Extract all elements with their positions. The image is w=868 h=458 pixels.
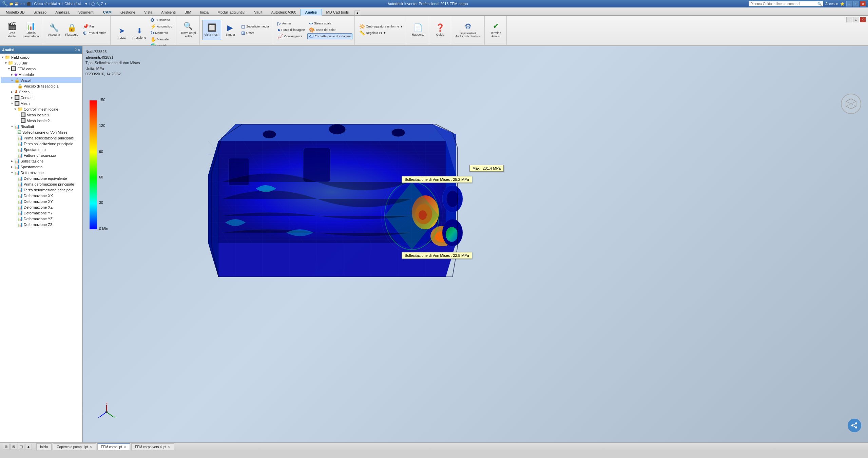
btn-stessa-scala[interactable]: ⇔ Stessa scala [307, 20, 352, 26]
tree-item-mesh2[interactable]: 🔲 Mesh locale:2 [1, 118, 81, 123]
btn-regolata[interactable]: 📏 Regolata x1 ▼ [358, 30, 405, 36]
tree-item-vonmises[interactable]: ☑ Sollecitazione di Von Mises [1, 129, 81, 135]
tab-modello3d[interactable]: Modello 3D [1, 9, 29, 15]
btn-simula[interactable]: ▶ Simula [222, 20, 239, 40]
btn-manuale[interactable]: ✋ Manuale [149, 36, 174, 42]
tab-inizia[interactable]: Inizia [196, 9, 213, 15]
btn-crea-studio[interactable]: 🎬 Creastudio [3, 20, 20, 40]
share-btn[interactable] [848, 419, 861, 432]
tree-item-ctrl_mesh[interactable]: ▼ 📁 Controlli mesh locale [1, 106, 81, 112]
tab-close-femcorpo[interactable]: ✕ [123, 445, 126, 449]
tree-item-def_eq[interactable]: 📊 Deformazione equivalente [1, 175, 81, 181]
tree-item-terza_def[interactable]: 📊 Terza deformazione principale [1, 187, 81, 193]
tree-item-risultati[interactable]: ▼ 📊 Risultati [1, 123, 81, 129]
btn-anima[interactable]: ▷ Anima [276, 20, 307, 26]
tree-item-def_yy[interactable]: 📊 Deformazione YY [1, 210, 81, 216]
tab-close-coperchio[interactable]: ✕ [90, 445, 92, 449]
tab-a360[interactable]: Autodesk A360 [267, 9, 301, 15]
tree-arrow-risultati[interactable]: ▼ [10, 125, 14, 128]
tab-strumenti[interactable]: Strumenti [74, 9, 99, 15]
tab-moduli[interactable]: Moduli aggiuntivi [213, 9, 250, 15]
tab-femcorpo[interactable]: FEM corpo.ipt ✕ [97, 443, 130, 450]
btn-superficie-media[interactable]: ◻ Superficie media [239, 23, 271, 30]
tree-arrow-materiale[interactable]: ► [10, 73, 14, 76]
search-input[interactable] [750, 2, 817, 6]
tree-item-mesh1[interactable]: 🔲 Mesh locale:1 [1, 112, 81, 118]
tree-item-materiale[interactable]: ► ◆ Materiale [1, 72, 81, 77]
tree-item-root[interactable]: ▼ 📁 FEM corpo [1, 54, 81, 60]
btn-trova-corpi[interactable]: 🔍 Trova corpisottili [179, 20, 198, 40]
tree-item-def_xx[interactable]: 📊 Deformazione XX [1, 193, 81, 198]
tree-item-fattore[interactable]: 📊 Fattore di sicurezza [1, 152, 81, 158]
btn-tabella-param[interactable]: 📊 Tabellaparametrica [21, 20, 41, 40]
tab-gestione[interactable]: Gestione [116, 9, 140, 15]
view-btn-2[interactable]: ⊠ [10, 444, 17, 450]
btn-pressione[interactable]: ⬇ Pressione [131, 23, 148, 43]
tree-arrow-sollecitazione[interactable]: ► [10, 159, 14, 163]
viewport[interactable]: Nodi:723523 Elementi:492891 Tipo: Sollec… [83, 46, 868, 442]
tree-item-carichi[interactable]: ► ⬇ Carichi [1, 89, 81, 95]
tree-arrow-ctrl_mesh[interactable]: ▼ [13, 108, 17, 111]
tab-schizzo[interactable]: Schizzo [29, 9, 51, 15]
tree-arrow-carichi[interactable]: ► [10, 90, 14, 94]
tab-mdcad[interactable]: MD Cad tools [322, 9, 353, 15]
btn-ombreggiatura[interactable]: 🔆 Ombreggiatura uniforme ▼ [358, 23, 405, 30]
btn-fissaggio[interactable]: 🔒 Fissaggio [63, 20, 80, 40]
btn-forza[interactable]: ➤ Forza [113, 23, 130, 43]
tree-arrow-contatti[interactable]: ► [10, 96, 14, 99]
btn-momento[interactable]: ↻ Momento [149, 30, 174, 36]
tree-item-def_xz[interactable]: 📊 Deformazione XZ [1, 204, 81, 210]
btn-impostazioni[interactable]: ⚙ ImpostazioniAnalisi sollecitazione [454, 20, 482, 40]
close-btn[interactable]: ✕ [860, 1, 866, 6]
dropdown-material1[interactable]: Ghisa sferoidal ▼ [34, 2, 61, 6]
tree-arrow-spostamento[interactable]: ► [10, 165, 14, 169]
tree-item-sollecitazione[interactable]: ► 📊 Sollecitazione [1, 158, 81, 164]
tab-ambienti[interactable]: Ambienti [157, 9, 180, 15]
btn-rapporto[interactable]: 📄 Rapporto [410, 20, 427, 40]
btn-etichette-indagine[interactable]: 🏷 Etichette punto di indagine [307, 33, 352, 39]
ribbon-minimize-btn[interactable]: – [846, 17, 852, 22]
tree-item-mesh[interactable]: ▼ 🔲 Mesh [1, 100, 81, 106]
tree-arrow-mesh[interactable]: ▼ [10, 102, 14, 105]
tree-item-vincoli[interactable]: ▼ 🔒 Vincoli [1, 77, 81, 83]
tree-item-250bar[interactable]: ▼ 📁 250 Bar [1, 60, 81, 66]
tab-femcorpovers4[interactable]: FEM corpo vers 4.ipt ✕ [131, 443, 174, 450]
btn-offset[interactable]: ⊞ Offset [239, 30, 271, 36]
tree-arrow-vincoli[interactable]: ▼ [10, 79, 14, 82]
btn-barra-colori[interactable]: 🎨 Barra dei colori [307, 27, 352, 33]
btn-gravita[interactable]: 🌍 Gravità [149, 43, 174, 46]
tree-item-def_zz[interactable]: 📊 Deformazione ZZ [1, 222, 81, 227]
tree-item-femcorpo[interactable]: ▼ 🔲 FEM corpo [1, 66, 81, 72]
tab-inizio[interactable]: Inizio [36, 443, 52, 450]
btn-assegna[interactable]: 🔧 Assegna [46, 20, 63, 40]
tree-item-contatti[interactable]: ► 🔲 Contatti [1, 95, 81, 100]
tree-arrow-deformazione[interactable]: ▼ [10, 171, 14, 174]
tree-item-terza_soll[interactable]: 📊 Terza sollecitazione principale [1, 141, 81, 147]
tab-cam[interactable]: CAM [99, 9, 116, 15]
orbit-cube[interactable] [841, 94, 861, 114]
tree-arrow-root[interactable]: ▼ [1, 56, 5, 59]
accesso-btn[interactable]: Accesso [825, 2, 838, 6]
tab-bim[interactable]: BIM [180, 9, 196, 15]
btn-pin[interactable]: 📌 Pin [81, 23, 108, 30]
btn-termina[interactable]: ✔ TerminaAnalisi [487, 20, 504, 40]
tab-analisi[interactable]: Analisi [301, 9, 322, 16]
tree-item-deformazione[interactable]: ▼ 📊 Deformazione [1, 170, 81, 175]
panel-help-btn[interactable]: ? [75, 48, 77, 52]
btn-punto-indagine[interactable]: ● Punto di indagine [276, 27, 307, 33]
tree-arrow-femcorpo[interactable]: ▼ [7, 67, 11, 71]
btn-privo-attrito[interactable]: ⊕ Privo di attrito [81, 30, 108, 36]
tree-item-prima_soll[interactable]: 📊 Prima sollecitazione principale [1, 135, 81, 141]
tree-item-spostamento[interactable]: ► 📊 Spostamento [1, 164, 81, 170]
expand-ribbon-btn[interactable]: ▲ [354, 11, 360, 15]
minimize-btn[interactable]: – [846, 1, 852, 6]
tab-vault[interactable]: Vault [250, 9, 267, 15]
view-btn-4[interactable]: ▲ [25, 444, 32, 450]
tab-coperchio[interactable]: Coperchio pomp...ipt ✕ [53, 443, 96, 450]
tab-close-femcorpovers4[interactable]: ✕ [168, 445, 170, 449]
tree-item-prima_def[interactable]: 📊 Prima deformazione principale [1, 181, 81, 187]
btn-vista-mesh[interactable]: 🔲 Vista mesh [202, 20, 221, 40]
btn-automatico[interactable]: ⚡ Automatico [149, 23, 174, 30]
view-btn-1[interactable]: ⊞ [3, 444, 9, 450]
tree-arrow-250bar[interactable]: ▼ [4, 61, 8, 65]
